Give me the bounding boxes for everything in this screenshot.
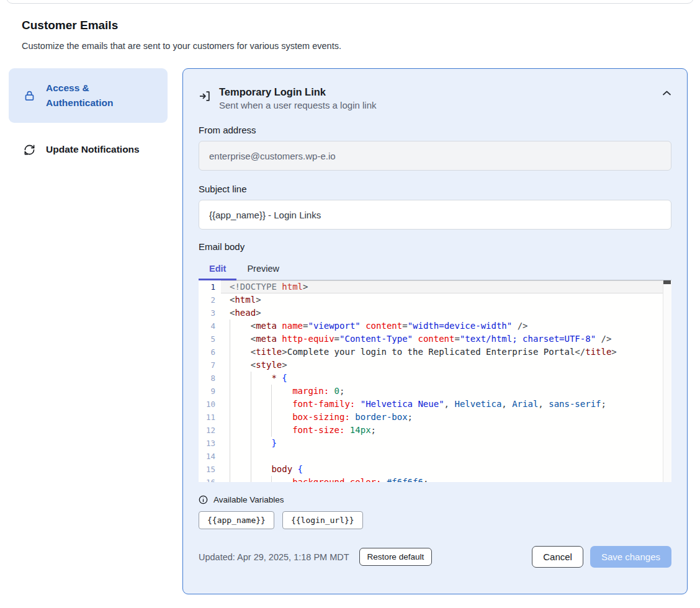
subject-line-label: Subject line bbox=[199, 184, 671, 194]
cancel-button[interactable]: Cancel bbox=[532, 546, 583, 568]
card-footer: Updated: Apr 29, 2025, 1:18 PM MDT Resto… bbox=[199, 546, 671, 568]
editor-scrollbar-thumb[interactable] bbox=[663, 280, 671, 284]
line-number: 8 bbox=[199, 372, 215, 385]
indent-guide bbox=[230, 463, 230, 476]
card-header: Temporary Login Link Sent when a user re… bbox=[199, 85, 671, 112]
indent-guide bbox=[230, 320, 230, 333]
indent-guide bbox=[230, 437, 230, 450]
code-line[interactable]: 8 * { bbox=[199, 372, 671, 385]
indent-guide bbox=[251, 450, 251, 463]
chevron-up-icon bbox=[662, 90, 671, 96]
indent-guide bbox=[230, 333, 230, 346]
page-title: Customer Emails bbox=[22, 19, 118, 32]
previous-card-bottom-edge bbox=[6, 0, 694, 4]
code-line[interactable]: 11 box-sizing: border-box; bbox=[199, 411, 671, 424]
collapse-button[interactable] bbox=[662, 90, 671, 96]
email-types-sidebar: Access & Authentication Update Notificat… bbox=[9, 68, 168, 176]
card-header-text: Temporary Login Link Sent when a user re… bbox=[219, 85, 376, 112]
indent-guide bbox=[251, 463, 251, 476]
line-number: 6 bbox=[199, 346, 215, 359]
code-line[interactable]: 3<head> bbox=[199, 306, 671, 320]
indent-guide bbox=[230, 359, 230, 372]
indent-guide bbox=[230, 346, 230, 359]
code-line[interactable]: 10 font-family: "Helvetica Neue", Helvet… bbox=[199, 398, 671, 411]
indent-guide bbox=[230, 398, 230, 411]
email-body-code-editor[interactable]: 1<!DOCTYPE html>2<html>3<head>4 <meta na… bbox=[199, 280, 671, 482]
line-number: 7 bbox=[199, 359, 215, 372]
refresh-icon bbox=[24, 144, 35, 156]
line-number: 15 bbox=[199, 463, 215, 476]
indent-guide bbox=[271, 398, 272, 411]
card-title: Temporary Login Link bbox=[219, 85, 376, 99]
email-body-label: Email body bbox=[199, 241, 671, 252]
indent-guide bbox=[251, 424, 251, 437]
page-subtitle: Customize the emails that are sent to yo… bbox=[22, 41, 341, 51]
line-number: 16 bbox=[199, 476, 215, 482]
line-number: 2 bbox=[199, 293, 215, 306]
tab-preview[interactable]: Preview bbox=[236, 257, 290, 280]
indent-guide bbox=[230, 411, 230, 424]
code-line[interactable]: 2<html> bbox=[199, 293, 671, 306]
line-number: 12 bbox=[199, 424, 215, 437]
indent-guide bbox=[230, 476, 230, 482]
line-number: 9 bbox=[199, 385, 215, 398]
available-variables-row: Available Variables bbox=[199, 495, 671, 504]
code-line[interactable]: 15 body { bbox=[199, 463, 671, 476]
code-line[interactable]: 4 <meta name="viewport" content="width=d… bbox=[199, 320, 671, 333]
indent-guide bbox=[271, 424, 272, 437]
from-address-label: From address bbox=[199, 125, 671, 135]
line-number: 4 bbox=[199, 320, 215, 333]
line-number: 10 bbox=[199, 398, 215, 411]
restore-default-button[interactable]: Restore default bbox=[359, 548, 433, 566]
active-tab-underline bbox=[199, 279, 236, 280]
indent-guide bbox=[271, 476, 272, 482]
code-line[interactable]: 12 font-size: 14px; bbox=[199, 424, 671, 437]
variable-chip-login-url[interactable]: {{login_url}} bbox=[282, 511, 363, 529]
save-changes-button[interactable]: Save changes bbox=[590, 546, 671, 568]
updated-timestamp: Updated: Apr 29, 2025, 1:18 PM MDT bbox=[199, 552, 349, 562]
lock-icon bbox=[24, 90, 35, 102]
code-line[interactable]: 5 <meta http-equiv="Content-Type" conten… bbox=[199, 333, 671, 346]
sidebar-item-update-notifications[interactable]: Update Notifications bbox=[9, 133, 168, 166]
code-line[interactable]: 1<!DOCTYPE html> bbox=[199, 280, 671, 293]
sidebar-item-access-authentication[interactable]: Access & Authentication bbox=[9, 68, 168, 123]
editor-tabs: Edit Preview bbox=[199, 257, 671, 280]
indent-guide bbox=[230, 385, 230, 398]
code-editor-lines: 1<!DOCTYPE html>2<html>3<head>4 <meta na… bbox=[199, 280, 671, 482]
indent-guide bbox=[251, 372, 251, 385]
tab-edit[interactable]: Edit bbox=[199, 257, 236, 280]
sidebar-item-label: Update Notifications bbox=[46, 142, 140, 157]
code-line[interactable]: 9 margin: 0; bbox=[199, 385, 671, 398]
code-line[interactable]: 7 <style> bbox=[199, 359, 671, 372]
code-line[interactable]: 14 bbox=[199, 450, 671, 463]
line-number: 11 bbox=[199, 411, 215, 424]
indent-guide bbox=[251, 476, 251, 482]
variable-chips: {{app_name}} {{login_url}} bbox=[199, 511, 671, 529]
line-number: 3 bbox=[199, 306, 215, 320]
indent-guide bbox=[251, 411, 251, 424]
editor-scrollbar[interactable] bbox=[663, 280, 671, 482]
indent-guide bbox=[251, 385, 251, 398]
card-subtitle: Sent when a user requests a login link bbox=[219, 99, 376, 112]
indent-guide bbox=[230, 450, 230, 463]
indent-guide bbox=[230, 372, 230, 385]
available-variables-label: Available Variables bbox=[213, 495, 284, 504]
indent-guide bbox=[251, 398, 251, 411]
variable-chip-app-name[interactable]: {{app_name}} bbox=[199, 511, 274, 529]
line-number: 13 bbox=[199, 437, 215, 450]
info-icon[interactable] bbox=[199, 495, 208, 504]
indent-guide bbox=[271, 385, 272, 398]
code-line[interactable]: 6 <title>Complete your login to the Repl… bbox=[199, 346, 671, 359]
line-number: 1 bbox=[199, 280, 215, 293]
code-line[interactable]: 13 } bbox=[199, 437, 671, 450]
line-number: 14 bbox=[199, 450, 215, 463]
code-line[interactable]: 16 background-color: #f6f6f6; bbox=[199, 476, 671, 482]
log-in-icon bbox=[199, 90, 211, 102]
temporary-login-link-card: Temporary Login Link Sent when a user re… bbox=[182, 68, 688, 594]
indent-guide bbox=[230, 424, 230, 437]
indent-guide bbox=[271, 411, 272, 424]
from-address-input[interactable] bbox=[199, 141, 671, 171]
subject-line-input[interactable] bbox=[199, 200, 671, 230]
line-number: 5 bbox=[199, 333, 215, 346]
indent-guide bbox=[251, 437, 251, 450]
